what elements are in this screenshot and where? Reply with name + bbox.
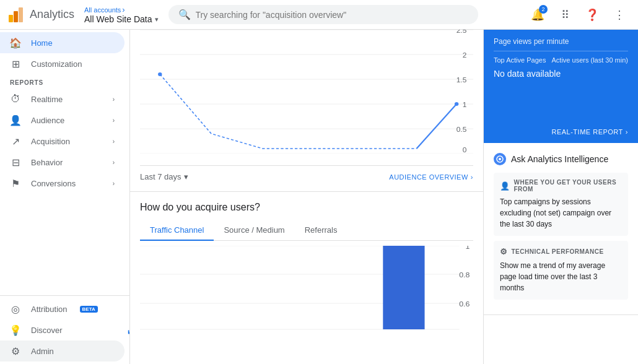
logo-container: Analytics bbox=[7, 6, 74, 24]
tab-source-medium-label: Source / Medium bbox=[224, 225, 284, 235]
sidebar: 🏠 Home ⊞ Customization REPORTS ⏱ Realtim… bbox=[0, 30, 130, 364]
date-range-selector[interactable]: Last 7 days ▾ bbox=[140, 172, 188, 181]
chevron-right-icon: › bbox=[471, 173, 473, 181]
sidebar-item-realtime[interactable]: ⏱ Realtime › bbox=[0, 89, 125, 110]
beta-badge: BETA bbox=[80, 306, 98, 313]
account-selector[interactable]: All accounts All Web Site Data bbox=[84, 5, 158, 24]
svg-rect-1 bbox=[14, 11, 18, 22]
insight-label-1: ⚙ TECHNICAL PERFORMANCE bbox=[500, 247, 622, 256]
sidebar-item-conversions[interactable]: ⚑ Conversions › bbox=[0, 173, 125, 194]
help-icon: ❓ bbox=[585, 8, 599, 22]
behavior-icon: ⊟ bbox=[10, 157, 21, 168]
acquire-bar-svg: 1 0.8 0.6 bbox=[140, 246, 473, 332]
audience-icon: 👤 bbox=[10, 115, 21, 126]
line-chart-section: 2.5 2 1.5 1 0.5 0 15 Feb 16 17 18 19 20 … bbox=[130, 30, 483, 192]
date-range-label: Last 7 days bbox=[140, 172, 181, 181]
insight-label-0: 👤 WHERE YOU GET YOUR USERS FROM bbox=[500, 179, 622, 193]
svg-text:1: 1 bbox=[463, 101, 467, 108]
admin-icon: ⚙ bbox=[10, 345, 21, 357]
realtime-chevron-icon: › bbox=[626, 128, 628, 136]
search-input[interactable] bbox=[196, 10, 468, 20]
insight-card-0[interactable]: 👤 WHERE YOU GET YOUR USERS FROM Top camp… bbox=[494, 173, 628, 236]
line-chart-container: 2.5 2 1.5 1 0.5 0 15 Feb 16 17 18 19 20 … bbox=[140, 30, 473, 166]
tab-traffic-channel[interactable]: Traffic Channel bbox=[140, 220, 214, 241]
acquire-section: How do you acquire users? Traffic Channe… bbox=[130, 192, 483, 340]
line-chart-svg: 2.5 2 1.5 1 0.5 0 15 Feb 16 17 18 19 20 … bbox=[140, 30, 473, 154]
home-icon: 🏠 bbox=[10, 37, 21, 48]
ask-analytics-card: Ask Analytics Intelligence 👤 WHERE YOU G… bbox=[484, 143, 638, 315]
svg-rect-0 bbox=[9, 15, 13, 22]
ask-analytics-header: Ask Analytics Intelligence bbox=[494, 153, 628, 165]
dropdown-icon: ▾ bbox=[184, 172, 188, 181]
acquire-tabs: Traffic Channel Source / Medium Referral… bbox=[140, 220, 473, 241]
svg-point-24 bbox=[455, 102, 458, 106]
content-area: 2.5 2 1.5 1 0.5 0 15 Feb 16 17 18 19 20 … bbox=[130, 30, 483, 364]
sidebar-item-realtime-label: Realtime bbox=[31, 95, 63, 104]
app-header: Analytics All accounts All Web Site Data… bbox=[0, 0, 638, 30]
sidebar-item-home[interactable]: 🏠 Home bbox=[0, 32, 125, 53]
insight-icon-0: 👤 bbox=[500, 181, 510, 191]
svg-point-34 bbox=[499, 158, 501, 160]
sidebar-item-discover-label: Discover bbox=[31, 326, 63, 335]
top-active-pages-label: Top Active Pages bbox=[494, 56, 546, 64]
expand-icon-3: › bbox=[113, 138, 115, 145]
svg-text:2: 2 bbox=[463, 51, 467, 59]
sidebar-item-acquisition[interactable]: ↗ Acquisition › bbox=[0, 131, 125, 152]
expand-icon: › bbox=[113, 96, 115, 103]
acquire-chart-container: 1 0.8 0.6 bbox=[140, 241, 473, 340]
discover-icon: 💡 bbox=[10, 324, 21, 336]
notification-button[interactable]: 🔔 2 bbox=[527, 4, 549, 26]
realtime-footer: REAL-TIME REPORT › bbox=[494, 128, 628, 136]
conversions-icon: ⚑ bbox=[10, 178, 21, 189]
audience-overview-link[interactable]: AUDIENCE OVERVIEW › bbox=[389, 173, 473, 181]
reports-section-label: REPORTS bbox=[0, 74, 129, 89]
apps-button[interactable]: ⠿ bbox=[554, 4, 576, 26]
sidebar-item-admin[interactable]: ⚙ Admin bbox=[0, 340, 125, 362]
no-data-label: No data available bbox=[494, 69, 628, 79]
customization-icon: ⊞ bbox=[10, 58, 21, 69]
right-panel: Page views per minute Top Active Pages A… bbox=[483, 30, 638, 364]
insight-text-1: Show me a trend of my average page load … bbox=[500, 260, 622, 293]
svg-text:1.5: 1.5 bbox=[457, 76, 466, 84]
search-icon: 🔍 bbox=[178, 9, 191, 20]
apps-icon: ⠿ bbox=[561, 8, 569, 22]
svg-text:0.5: 0.5 bbox=[457, 126, 466, 133]
svg-rect-32 bbox=[383, 246, 424, 329]
more-icon: ⋮ bbox=[614, 8, 625, 22]
sidebar-item-behavior[interactable]: ⊟ Behavior › bbox=[0, 152, 125, 173]
all-accounts-link[interactable]: All accounts bbox=[84, 5, 158, 14]
sidebar-item-customization[interactable]: ⊞ Customization bbox=[0, 53, 125, 74]
sidebar-item-audience[interactable]: 👤 Audience › bbox=[0, 110, 125, 131]
svg-point-23 bbox=[158, 72, 162, 76]
expand-icon-2: › bbox=[113, 117, 115, 124]
sidebar-nav: 🏠 Home ⊞ Customization REPORTS ⏱ Realtim… bbox=[0, 30, 129, 295]
realtime-title: Page views per minute bbox=[494, 37, 628, 46]
attribution-icon: ◎ bbox=[10, 303, 21, 314]
ask-analytics-icon bbox=[494, 153, 506, 165]
main-layout: 🏠 Home ⊞ Customization REPORTS ⏱ Realtim… bbox=[0, 30, 638, 364]
tab-source-medium[interactable]: Source / Medium bbox=[214, 220, 294, 241]
sidebar-item-admin-label: Admin bbox=[31, 347, 54, 356]
insight-card-1[interactable]: ⚙ TECHNICAL PERFORMANCE Show me a trend … bbox=[494, 241, 628, 300]
sidebar-item-discover[interactable]: 💡 Discover ↙ bbox=[0, 319, 125, 340]
svg-text:0: 0 bbox=[463, 146, 467, 154]
header-actions: 🔔 2 ⠿ ❓ ⋮ bbox=[527, 4, 631, 26]
expand-icon-5: › bbox=[113, 180, 115, 187]
more-button[interactable]: ⋮ bbox=[608, 4, 631, 26]
sidebar-item-home-label: Home bbox=[31, 38, 53, 48]
sidebar-bottom: ◎ Attribution BETA 💡 Discover ↙ ⚙ Admin bbox=[0, 295, 129, 364]
help-button[interactable]: ❓ bbox=[581, 4, 603, 26]
sidebar-item-attribution[interactable]: ◎ Attribution BETA bbox=[0, 298, 125, 319]
tab-referrals[interactable]: Referrals bbox=[295, 220, 347, 241]
svg-text:1: 1 bbox=[466, 246, 470, 250]
realtime-card: Page views per minute Top Active Pages A… bbox=[484, 30, 638, 143]
realtime-report-link[interactable]: REAL-TIME REPORT › bbox=[551, 128, 628, 136]
svg-text:0.8: 0.8 bbox=[459, 271, 470, 279]
expand-icon-4: › bbox=[113, 159, 115, 166]
account-name-display[interactable]: All Web Site Data bbox=[84, 14, 158, 24]
realtime-divider bbox=[494, 51, 628, 51]
realtime-icon: ⏱ bbox=[10, 93, 21, 105]
realtime-subtitle-row: Top Active Pages Active users (last 30 m… bbox=[494, 56, 628, 64]
tab-traffic-channel-label: Traffic Channel bbox=[150, 225, 204, 235]
search-bar[interactable]: 🔍 bbox=[168, 5, 478, 24]
